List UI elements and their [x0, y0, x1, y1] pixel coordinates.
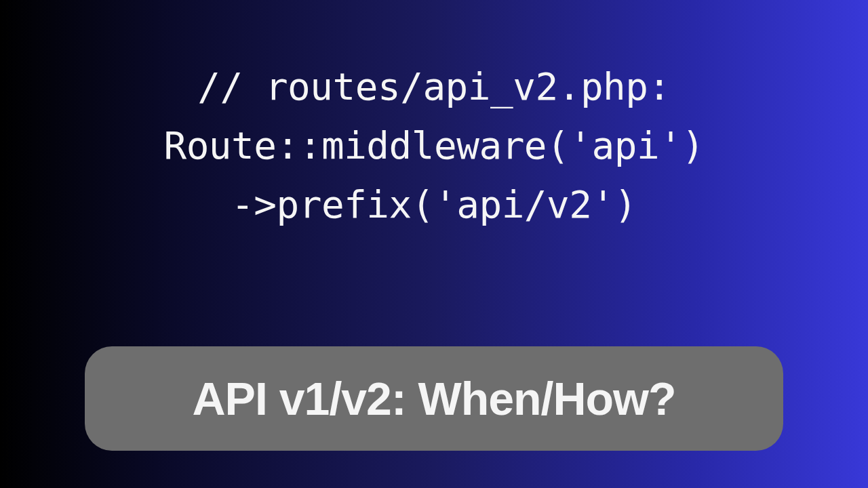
title-text: API v1/v2: When/How?: [105, 372, 763, 425]
code-snippet: // routes/api_v2.php: Route::middleware(…: [0, 58, 868, 234]
code-line-3: ->prefix('api/v2'): [0, 176, 868, 235]
title-badge: API v1/v2: When/How?: [85, 346, 783, 451]
code-line-2: Route::middleware('api'): [0, 117, 868, 176]
code-line-1: // routes/api_v2.php:: [0, 58, 868, 117]
